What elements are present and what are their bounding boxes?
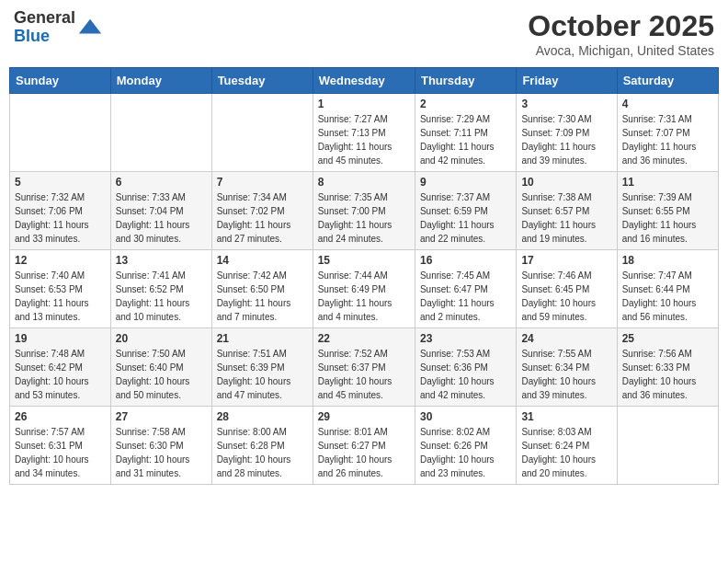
day-info: Sunrise: 7:55 AM Sunset: 6:34 PM Dayligh… bbox=[521, 347, 611, 402]
calendar-cell: 25Sunrise: 7:56 AM Sunset: 6:33 PM Dayli… bbox=[617, 328, 718, 407]
day-info: Sunrise: 7:44 AM Sunset: 6:49 PM Dayligh… bbox=[318, 269, 410, 324]
day-number: 13 bbox=[116, 254, 207, 267]
day-info: Sunrise: 7:38 AM Sunset: 6:57 PM Dayligh… bbox=[521, 190, 611, 246]
calendar-cell: 14Sunrise: 7:42 AM Sunset: 6:50 PM Dayli… bbox=[211, 250, 313, 328]
calendar-cell: 29Sunrise: 8:01 AM Sunset: 6:27 PM Dayli… bbox=[313, 407, 415, 485]
calendar-cell: 22Sunrise: 7:52 AM Sunset: 6:37 PM Dayli… bbox=[313, 328, 415, 407]
calendar-cell bbox=[110, 94, 211, 172]
day-info: Sunrise: 7:46 AM Sunset: 6:45 PM Dayligh… bbox=[521, 269, 611, 324]
logo-blue-text: Blue bbox=[14, 28, 75, 46]
day-info: Sunrise: 7:42 AM Sunset: 6:50 PM Dayligh… bbox=[217, 269, 308, 324]
logo-general-text: General bbox=[14, 9, 75, 28]
calendar-cell: 2Sunrise: 7:29 AM Sunset: 7:11 PM Daylig… bbox=[415, 94, 516, 172]
calendar-cell: 31Sunrise: 8:03 AM Sunset: 6:24 PM Dayli… bbox=[517, 407, 617, 485]
day-info: Sunrise: 7:31 AM Sunset: 7:07 PM Dayligh… bbox=[622, 112, 713, 167]
page-header: General Blue October 2025 Avoca, Michiga… bbox=[9, 9, 719, 58]
calendar-cell bbox=[10, 94, 111, 172]
calendar-cell: 4Sunrise: 7:31 AM Sunset: 7:07 PM Daylig… bbox=[617, 94, 718, 172]
day-number: 25 bbox=[622, 332, 713, 345]
day-info: Sunrise: 7:41 AM Sunset: 6:52 PM Dayligh… bbox=[116, 269, 207, 324]
day-info: Sunrise: 7:34 AM Sunset: 7:02 PM Dayligh… bbox=[217, 190, 308, 246]
day-number: 10 bbox=[521, 176, 611, 189]
calendar-table: SundayMondayTuesdayWednesdayThursdayFrid… bbox=[9, 67, 719, 485]
calendar-cell: 12Sunrise: 7:40 AM Sunset: 6:53 PM Dayli… bbox=[10, 250, 111, 328]
calendar-week-row: 26Sunrise: 7:57 AM Sunset: 6:31 PM Dayli… bbox=[10, 407, 719, 485]
day-number: 21 bbox=[217, 332, 308, 345]
calendar-cell: 9Sunrise: 7:37 AM Sunset: 6:59 PM Daylig… bbox=[415, 172, 516, 250]
svg-marker-0 bbox=[79, 18, 101, 33]
day-number: 9 bbox=[420, 176, 511, 189]
day-number: 19 bbox=[15, 332, 106, 345]
day-of-week-header: Monday bbox=[110, 68, 211, 94]
day-number: 16 bbox=[420, 254, 511, 267]
day-number: 27 bbox=[116, 410, 207, 423]
day-number: 4 bbox=[622, 98, 713, 110]
calendar-cell: 10Sunrise: 7:38 AM Sunset: 6:57 PM Dayli… bbox=[517, 172, 617, 250]
title-block: October 2025 Avoca, Michigan, United Sta… bbox=[528, 9, 714, 58]
calendar-cell: 17Sunrise: 7:46 AM Sunset: 6:45 PM Dayli… bbox=[517, 250, 617, 328]
day-info: Sunrise: 7:33 AM Sunset: 7:04 PM Dayligh… bbox=[116, 190, 207, 246]
day-number: 5 bbox=[15, 176, 106, 189]
calendar-cell: 16Sunrise: 7:45 AM Sunset: 6:47 PM Dayli… bbox=[415, 250, 516, 328]
calendar-week-row: 5Sunrise: 7:32 AM Sunset: 7:06 PM Daylig… bbox=[10, 172, 719, 250]
month-title: October 2025 bbox=[528, 9, 714, 43]
calendar-cell bbox=[617, 407, 718, 485]
calendar-cell: 19Sunrise: 7:48 AM Sunset: 6:42 PM Dayli… bbox=[10, 328, 111, 407]
location: Avoca, Michigan, United States bbox=[528, 43, 714, 58]
day-info: Sunrise: 7:27 AM Sunset: 7:13 PM Dayligh… bbox=[318, 112, 410, 167]
day-info: Sunrise: 7:45 AM Sunset: 6:47 PM Dayligh… bbox=[420, 269, 511, 324]
day-number: 17 bbox=[521, 254, 611, 267]
calendar-week-row: 12Sunrise: 7:40 AM Sunset: 6:53 PM Dayli… bbox=[10, 250, 719, 328]
day-number: 15 bbox=[318, 254, 410, 267]
day-number: 2 bbox=[420, 98, 511, 110]
day-info: Sunrise: 7:37 AM Sunset: 6:59 PM Dayligh… bbox=[420, 190, 511, 246]
day-of-week-header: Thursday bbox=[415, 68, 516, 94]
logo: General Blue bbox=[14, 9, 103, 46]
day-number: 31 bbox=[521, 410, 611, 423]
calendar-cell: 18Sunrise: 7:47 AM Sunset: 6:44 PM Dayli… bbox=[617, 250, 718, 328]
day-number: 12 bbox=[15, 254, 106, 267]
calendar-cell: 23Sunrise: 7:53 AM Sunset: 6:36 PM Dayli… bbox=[415, 328, 516, 407]
day-number: 8 bbox=[318, 176, 410, 189]
calendar-cell: 21Sunrise: 7:51 AM Sunset: 6:39 PM Dayli… bbox=[211, 328, 313, 407]
day-info: Sunrise: 7:32 AM Sunset: 7:06 PM Dayligh… bbox=[15, 190, 106, 246]
calendar-cell: 5Sunrise: 7:32 AM Sunset: 7:06 PM Daylig… bbox=[10, 172, 111, 250]
calendar-cell: 26Sunrise: 7:57 AM Sunset: 6:31 PM Dayli… bbox=[10, 407, 111, 485]
day-number: 14 bbox=[217, 254, 308, 267]
day-of-week-header: Tuesday bbox=[211, 68, 313, 94]
calendar-week-row: 1Sunrise: 7:27 AM Sunset: 7:13 PM Daylig… bbox=[10, 94, 719, 172]
day-number: 26 bbox=[15, 410, 106, 423]
calendar-cell: 24Sunrise: 7:55 AM Sunset: 6:34 PM Dayli… bbox=[517, 328, 617, 407]
calendar-cell bbox=[211, 94, 313, 172]
day-number: 20 bbox=[116, 332, 207, 345]
day-info: Sunrise: 7:58 AM Sunset: 6:30 PM Dayligh… bbox=[116, 425, 207, 480]
day-info: Sunrise: 7:29 AM Sunset: 7:11 PM Dayligh… bbox=[420, 112, 511, 167]
day-info: Sunrise: 7:40 AM Sunset: 6:53 PM Dayligh… bbox=[15, 269, 106, 324]
day-info: Sunrise: 7:57 AM Sunset: 6:31 PM Dayligh… bbox=[15, 425, 106, 480]
day-number: 6 bbox=[116, 176, 207, 189]
calendar-cell: 15Sunrise: 7:44 AM Sunset: 6:49 PM Dayli… bbox=[313, 250, 415, 328]
day-info: Sunrise: 7:53 AM Sunset: 6:36 PM Dayligh… bbox=[420, 347, 511, 402]
day-info: Sunrise: 7:39 AM Sunset: 6:55 PM Dayligh… bbox=[622, 190, 713, 246]
day-info: Sunrise: 8:03 AM Sunset: 6:24 PM Dayligh… bbox=[521, 425, 611, 480]
day-number: 23 bbox=[420, 332, 511, 345]
day-number: 3 bbox=[521, 98, 611, 110]
calendar-cell: 7Sunrise: 7:34 AM Sunset: 7:02 PM Daylig… bbox=[211, 172, 313, 250]
day-info: Sunrise: 8:01 AM Sunset: 6:27 PM Dayligh… bbox=[318, 425, 410, 480]
logo-icon bbox=[77, 15, 103, 40]
day-info: Sunrise: 7:56 AM Sunset: 6:33 PM Dayligh… bbox=[622, 347, 713, 402]
calendar-cell: 1Sunrise: 7:27 AM Sunset: 7:13 PM Daylig… bbox=[313, 94, 415, 172]
day-info: Sunrise: 7:51 AM Sunset: 6:39 PM Dayligh… bbox=[217, 347, 308, 402]
day-of-week-header: Wednesday bbox=[313, 68, 415, 94]
day-number: 24 bbox=[521, 332, 611, 345]
calendar-cell: 28Sunrise: 8:00 AM Sunset: 6:28 PM Dayli… bbox=[211, 407, 313, 485]
day-number: 30 bbox=[420, 410, 511, 423]
day-number: 22 bbox=[318, 332, 410, 345]
calendar-header-row: SundayMondayTuesdayWednesdayThursdayFrid… bbox=[10, 68, 719, 94]
day-info: Sunrise: 8:02 AM Sunset: 6:26 PM Dayligh… bbox=[420, 425, 511, 480]
day-of-week-header: Friday bbox=[517, 68, 617, 94]
day-info: Sunrise: 7:35 AM Sunset: 7:00 PM Dayligh… bbox=[318, 190, 410, 246]
calendar-cell: 6Sunrise: 7:33 AM Sunset: 7:04 PM Daylig… bbox=[110, 172, 211, 250]
calendar-cell: 27Sunrise: 7:58 AM Sunset: 6:30 PM Dayli… bbox=[110, 407, 211, 485]
day-of-week-header: Sunday bbox=[10, 68, 111, 94]
